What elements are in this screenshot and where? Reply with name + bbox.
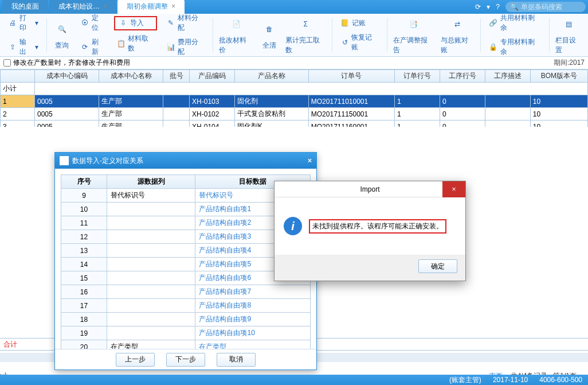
clear-icon: 🗑 (260, 20, 279, 38)
table-row[interactable]: 30005生产部XH-0104固化剂KMO2017111600011010 (1, 120, 588, 127)
list-item[interactable]: 19产品结构自由项10 (61, 326, 311, 340)
recon-button[interactable]: ⇄与总账对账 (438, 14, 477, 56)
book-button[interactable]: 📒记账 (338, 17, 381, 29)
locate-icon: ⦿ (80, 18, 89, 28)
list-item[interactable]: 15产品结构自由项6 (61, 271, 311, 285)
search-icon: 🔍 (510, 3, 519, 11)
close-icon[interactable]: × (171, 2, 175, 10)
export-button[interactable]: ⇪输出 ▾ (6, 36, 41, 58)
price-icon: 📄 (227, 15, 245, 33)
status-date: 2017-11-10 (493, 376, 528, 384)
tabs: 我的桌面 成本初始设…× 期初余额调整× (2, 0, 186, 14)
msgbox-title: Import (360, 185, 379, 193)
info-icon: i (284, 217, 302, 235)
tab-period-balance[interactable]: 期初余额调整× (117, 0, 185, 14)
wip-report-button[interactable]: 📑在产调整报告 (391, 14, 436, 56)
cost-alloc-button[interactable]: 📊费用分配 (164, 36, 207, 58)
spec-icon: 🔒 (489, 42, 498, 52)
close-icon[interactable]: × (442, 181, 465, 197)
list-item[interactable]: 9替代标识号替代标识号 (61, 189, 311, 203)
dialog-title: 数据导入-定义对应关系 (72, 156, 143, 166)
list-item[interactable]: 16产品结构自由项7 (61, 285, 311, 299)
chevron-down-icon[interactable]: ▾ (487, 3, 490, 11)
cost-icon: 📊 (166, 42, 175, 52)
list-item[interactable]: 18产品结构自由项9 (61, 313, 311, 326)
refresh-button[interactable]: ⟳刷新 (78, 36, 107, 58)
report-icon: 📑 (404, 15, 422, 33)
import-icon: ⇩ (119, 18, 128, 28)
list-item[interactable]: 11产品结构自由项2 (61, 216, 311, 230)
recon-icon: ⇄ (448, 15, 467, 33)
list-item[interactable]: 13产品结构自由项4 (61, 244, 311, 258)
share-icon: 🔗 (489, 18, 498, 28)
sum-fetch-button[interactable]: Σ累计完工取数 (283, 14, 328, 56)
restore-icon: ↺ (340, 38, 350, 47)
help-icon[interactable]: ? (496, 3, 500, 11)
batch-price-button[interactable]: 📄批改材料价 (217, 14, 255, 56)
book-icon: 📒 (340, 18, 350, 28)
list-item[interactable]: 12产品结构自由项3 (61, 230, 311, 244)
cancel-button[interactable]: 取消 (217, 353, 256, 367)
prev-button[interactable]: 上一步 (116, 353, 155, 367)
query-button[interactable]: 🔍查询 (50, 19, 73, 52)
status-user: (账套主管) (449, 375, 481, 385)
period-label: 期间:2017 (554, 58, 585, 68)
next-button[interactable]: 下一步 (166, 353, 205, 367)
list-item[interactable]: 14产品结构自由项5 (61, 258, 311, 271)
sync-icon[interactable]: ⟳ (475, 3, 481, 11)
msgbox-titlebar[interactable]: Import × (275, 181, 465, 197)
statusbar: (账套主管) 2017-11-10 4006-600-500 (0, 375, 588, 385)
status-phone: 4006-600-500 (539, 376, 582, 384)
close-icon[interactable]: × (103, 2, 107, 10)
refresh-icon: ⟳ (80, 42, 89, 52)
mapping-table: 序号源数据列目标数据 9替代标识号替代标识号10产品结构自由项111产品结构自由… (61, 174, 311, 349)
export-icon: ⇪ (8, 42, 17, 52)
table-row[interactable]: 10005生产部XH-0103固化剂MO2017110100011010 (1, 95, 588, 108)
list-item[interactable]: 17产品结构自由项8 (61, 299, 311, 313)
columns-icon: ▤ (559, 15, 578, 33)
list-item[interactable]: 10产品结构自由项1 (61, 203, 311, 216)
sync-children-label: 修改在产数量时，齐套修改子件和费用 (13, 58, 130, 68)
locate-button[interactable]: ⦿定位 (78, 12, 107, 34)
dialog-titlebar[interactable]: 数据导入-定义对应关系 × (55, 153, 316, 169)
table-row[interactable]: 20005生产部XH-0102干式复合胶粘剂MO2017111500011010 (1, 108, 588, 120)
main-grid: 成本中心编码成本中心名称批号 产品编码产品名称订单号 订单行号工序行号工序描述 … (0, 69, 588, 127)
material-alloc-button[interactable]: ✎材料分配 (164, 12, 207, 34)
app-icon (60, 156, 69, 165)
printer-icon: 🖨 (8, 18, 17, 28)
close-icon[interactable]: × (308, 157, 312, 165)
import-button[interactable]: ⇩导入 (114, 16, 157, 30)
error-messagebox: Import × i 未找到提供程序。该程序可能未正确安装。 确定 (274, 181, 466, 281)
search-icon: 🔍 (53, 20, 71, 38)
barcode-search-input[interactable] (521, 3, 578, 11)
restore-book-button[interactable]: ↺恢复记账 (338, 32, 381, 53)
share-mat-button[interactable]: 🔗共用材料剩余 (487, 12, 543, 34)
column-setting-button[interactable]: ▤栏目设置 (553, 14, 585, 56)
clear-all-button[interactable]: 🗑全清 (258, 19, 281, 52)
msgbox-text: 未找到提供程序。该程序可能未正确安装。 (309, 219, 446, 234)
ok-button[interactable]: 确定 (418, 259, 457, 273)
tab-desktop[interactable]: 我的桌面 (2, 0, 48, 14)
spec-mat-button[interactable]: 🔒专用材料剩余 (487, 36, 543, 58)
sync-children-checkbox[interactable] (3, 59, 11, 67)
tab-cost-init[interactable]: 成本初始设…× (49, 0, 116, 14)
fetch-icon: 📋 (116, 39, 126, 48)
ribbon: 🖨打印 ▾ ⇪输出 ▾ 🔍查询 ⦿定位 ⟳刷新 ⇩导入 📋材料取数 ✎材料分配 … (0, 14, 588, 57)
sum-icon: Σ (296, 15, 315, 33)
material-fetch-button[interactable]: 📋材料取数 (114, 33, 157, 55)
list-item[interactable]: 20在产类型在产类型 (61, 340, 311, 349)
alloc-icon: ✎ (166, 18, 175, 28)
print-button[interactable]: 🖨打印 ▾ (6, 12, 41, 34)
